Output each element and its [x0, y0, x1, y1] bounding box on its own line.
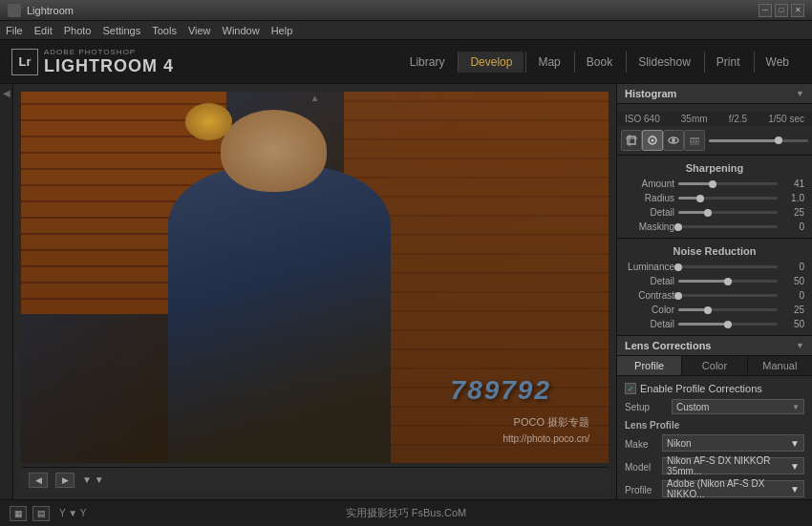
redeye-tool[interactable] — [663, 130, 684, 151]
tab-library[interactable]: Library — [398, 52, 457, 73]
menu-help[interactable]: Help — [271, 25, 293, 36]
menu-file[interactable]: File — [6, 25, 23, 36]
tab-web[interactable]: Web — [754, 52, 801, 73]
nr-color-value: 25 — [781, 305, 804, 315]
profile-row: Profile Adobe (Nikon AF-S DX NIKKO... ▼ — [625, 478, 804, 499]
photo-top-arrow: ▲ — [310, 93, 320, 103]
tools-bar — [617, 126, 812, 156]
lens-tab-profile[interactable]: Profile — [617, 356, 682, 375]
sharpening-section: Sharpening Amount 41 Radius 1.0 Detail — [617, 156, 812, 239]
tab-book[interactable]: Book — [574, 52, 624, 73]
window-controls[interactable]: ─ □ ✕ — [759, 4, 804, 17]
lens-tab-manual[interactable]: Manual — [748, 356, 812, 375]
menu-photo[interactable]: Photo — [64, 25, 92, 36]
lens-content: ✓ Enable Profile Corrections Setup Custo… — [617, 376, 812, 499]
menu-settings[interactable]: Settings — [102, 25, 140, 36]
grid-view-icon[interactable]: ▤ — [32, 506, 50, 521]
histogram-info: ISO 640 35mm f/2.5 1/50 sec — [617, 112, 812, 126]
sharpening-detail-slider[interactable] — [678, 211, 778, 214]
make-row: Make Nikon ▼ — [625, 432, 804, 455]
tab-develop[interactable]: Develop — [458, 52, 524, 73]
sharpening-amount-fill — [678, 182, 713, 185]
minimize-button[interactable]: ─ — [759, 4, 772, 17]
nr-color-thumb — [704, 306, 712, 314]
logo-section: Lr ADOBE PHOTOSHOP LIGHTROOM 4 — [11, 48, 174, 76]
right-panel: Histogram ▼ — [616, 84, 812, 499]
sharpening-detail-thumb — [704, 209, 712, 217]
profile-arrow: ▼ — [790, 484, 800, 494]
sharpening-amount-label: Amount — [625, 179, 674, 189]
lens-corrections-header[interactable]: Lens Corrections ▼ — [617, 336, 812, 356]
enable-profile-checkbox[interactable]: ✓ — [625, 383, 636, 394]
lens-tab-color[interactable]: Color — [682, 356, 747, 375]
histogram-collapse-icon: ▼ — [796, 89, 804, 98]
tools-slider-area — [709, 139, 808, 142]
spot-removal-tool[interactable] — [642, 130, 663, 151]
sharpening-masking-slider[interactable] — [678, 225, 778, 228]
sharpening-detail-row: Detail 25 — [617, 205, 812, 220]
nr-detail-slider[interactable] — [678, 280, 778, 283]
left-panel-toggle[interactable]: ◀ — [3, 88, 11, 98]
circle-icon — [647, 135, 658, 146]
nr-contrast-label: Contrast — [625, 290, 674, 301]
filmstrip-next-btn[interactable]: ▶ — [55, 473, 75, 488]
tab-print[interactable]: Print — [704, 52, 752, 73]
histogram-panel-header[interactable]: Histogram ▼ — [617, 84, 812, 104]
model-row: Model Nikon AF-S DX NIKKOR 35mm... ▼ — [625, 455, 804, 478]
make-value: Nikon — [667, 438, 692, 449]
tab-slideshow[interactable]: Slideshow — [626, 52, 702, 73]
nr-luminance-slider[interactable] — [678, 265, 778, 268]
hist-iso: ISO 640 — [625, 114, 660, 124]
svg-rect-1 — [628, 137, 635, 144]
make-dropdown[interactable]: Nikon ▼ — [662, 434, 804, 452]
graduated-filter-tool[interactable] — [684, 130, 705, 151]
tab-map[interactable]: Map — [525, 52, 571, 73]
left-panel: ◀ — [0, 84, 13, 499]
model-label: Model — [625, 462, 658, 473]
photo-person-head — [221, 110, 327, 192]
setup-value: Custom — [676, 402, 709, 412]
graduated-icon — [689, 135, 700, 146]
sharpening-title: Sharpening — [617, 159, 812, 177]
menu-bar: File Edit Photo Settings Tools View Wind… — [0, 21, 812, 40]
sharpening-radius-slider[interactable] — [678, 197, 778, 200]
nr-contrast-value: 0 — [781, 290, 804, 301]
menu-window[interactable]: Window — [223, 25, 260, 36]
nr-luminance-thumb — [674, 263, 682, 271]
nr-contrast-row: Contrast 0 — [617, 288, 812, 303]
enable-profile-label: Enable Profile Corrections — [640, 383, 762, 394]
nr-detail-thumb — [724, 278, 732, 285]
nav-tabs: Library Develop Map Book Slideshow Print… — [398, 52, 801, 73]
crop-tool[interactable] — [621, 130, 642, 151]
maximize-button[interactable]: □ — [775, 4, 788, 17]
menu-edit[interactable]: Edit — [34, 25, 53, 36]
lens-corrections-icon: ▼ — [796, 341, 804, 350]
setup-dropdown[interactable]: Custom ▼ — [672, 399, 804, 414]
nr-color-detail-label: Detail — [625, 319, 674, 329]
title-bar: Lightroom ─ □ ✕ — [0, 0, 812, 21]
nr-detail-row: Detail 50 — [617, 274, 812, 288]
tools-slider-track — [709, 139, 808, 142]
sharpening-amount-thumb — [709, 180, 716, 188]
profile-dropdown[interactable]: Adobe (Nikon AF-S DX NIKKO... ▼ — [662, 480, 804, 497]
hist-aperture: f/2.5 — [729, 114, 747, 124]
filmstrip-icon[interactable]: ▦ — [10, 506, 27, 521]
filmstrip-prev-btn[interactable]: ◀ — [29, 473, 48, 488]
nr-color-detail-slider[interactable] — [678, 323, 778, 326]
nr-contrast-slider[interactable] — [678, 294, 778, 297]
sharpening-radius-value: 1.0 — [781, 193, 804, 203]
close-button[interactable]: ✕ — [791, 4, 804, 17]
sharpening-detail-value: 25 — [781, 207, 804, 218]
sharpening-amount-slider[interactable] — [678, 182, 778, 185]
menu-view[interactable]: View — [188, 25, 211, 36]
setup-arrow: ▼ — [792, 403, 800, 411]
nr-color-slider[interactable] — [678, 308, 778, 311]
make-label: Make — [625, 439, 658, 450]
nr-detail-value: 50 — [781, 276, 804, 286]
menu-tools[interactable]: Tools — [152, 25, 177, 36]
nr-color-detail-row: Detail 50 — [617, 317, 812, 331]
make-arrow: ▼ — [790, 438, 800, 449]
sharpening-amount-value: 41 — [781, 179, 804, 189]
model-dropdown[interactable]: Nikon AF-S DX NIKKOR 35mm... ▼ — [662, 457, 804, 474]
sharpening-radius-label: Radius — [625, 193, 674, 203]
